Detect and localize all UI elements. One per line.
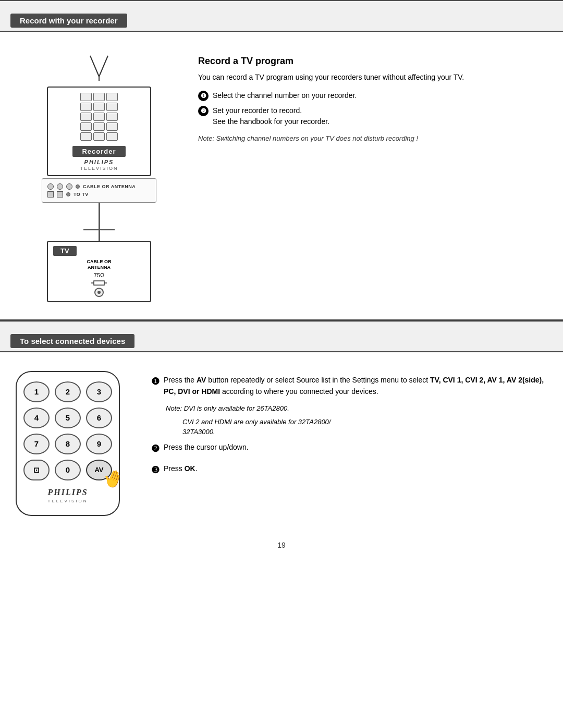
connector-dot-2 bbox=[66, 192, 70, 196]
television-label: TELEVISION bbox=[80, 166, 118, 171]
av-bold: AV bbox=[197, 376, 206, 384]
rec-btn-11 bbox=[93, 122, 105, 131]
connector-circle-3 bbox=[66, 183, 72, 190]
step-2-text: Set your recorder to record.See the hand… bbox=[213, 105, 329, 127]
svg-line-1 bbox=[99, 56, 108, 77]
remote-philips-label: PHILIPS bbox=[24, 488, 112, 497]
rec-btn-2 bbox=[93, 93, 105, 101]
step2-num-2: ❷ bbox=[151, 441, 160, 456]
remote-btn-0: 0 bbox=[55, 460, 81, 480]
remote-btn-6: 6 bbox=[86, 408, 112, 428]
philips-label: PHILIPS bbox=[84, 159, 114, 165]
page: Record with your recorder bbox=[0, 0, 563, 728]
rec-btn-12 bbox=[106, 122, 118, 131]
cable-line-1 bbox=[99, 203, 100, 229]
tv-cable-label: CABLE ORANTENNA bbox=[87, 259, 112, 270]
remote-btn-4: 4 bbox=[23, 408, 50, 428]
rec-btn-4 bbox=[80, 103, 92, 111]
connection-row-1: CABLE OR ANTENNA bbox=[47, 183, 151, 190]
rec-btn-9 bbox=[106, 113, 118, 121]
press-step-2-text: Press the cursor up/down. bbox=[164, 441, 249, 453]
section2-header: To select connected devices bbox=[10, 334, 134, 348]
tv-ohm: 75Ω bbox=[94, 272, 104, 278]
step-2: ❷ Set your recorder to record.See the ha… bbox=[198, 105, 547, 127]
recorder-device-box: Recorder PHILIPS TELEVISION bbox=[47, 87, 151, 176]
tv-label: TV bbox=[53, 246, 77, 256]
rec-btn-8 bbox=[93, 113, 105, 121]
rec-btn-6 bbox=[106, 103, 118, 111]
ok-bold: OK bbox=[185, 464, 195, 473]
remote-btn-9: 9 bbox=[86, 434, 112, 454]
page-number: 19 bbox=[0, 530, 563, 560]
record-tv-intro: You can record a TV program using your r… bbox=[198, 72, 547, 83]
svg-line-0 bbox=[90, 56, 99, 77]
source-options-bold: TV, CVI 1, CVI 2, AV 1, AV 2(side), PC, … bbox=[164, 376, 544, 396]
connector-circle-2 bbox=[57, 183, 63, 190]
note-hdmi: CVI 2 and HDMI are only available for 32… bbox=[182, 417, 547, 437]
antenna-svg bbox=[86, 51, 112, 82]
remote-buttons-grid: 1 2 3 4 5 6 7 8 9 ⊡ 0 AV bbox=[24, 381, 112, 480]
remote-body: 1 2 3 4 5 6 7 8 9 ⊡ 0 AV bbox=[16, 371, 120, 516]
remote-btn-menu: ⊡ bbox=[23, 460, 50, 480]
svg-rect-4 bbox=[94, 281, 104, 285]
connection-row-2: TO TV bbox=[47, 191, 151, 198]
section2-content: 1 2 3 4 5 6 7 8 9 ⊡ 0 AV bbox=[0, 362, 563, 525]
press-step-2: ❷ Press the cursor up/down. bbox=[151, 441, 547, 456]
record-tv-title: Record a TV program bbox=[198, 56, 547, 67]
press-step-1-text: Press the AV button repeatedly or select… bbox=[164, 374, 547, 398]
section2-bar: To select connected devices bbox=[0, 320, 563, 352]
remote-btn-5: 5 bbox=[55, 408, 81, 428]
section2: 1 2 3 4 5 6 7 8 9 ⊡ 0 AV bbox=[0, 362, 563, 530]
section1-bar: Record with your recorder bbox=[0, 0, 563, 32]
rec-btn-7 bbox=[80, 113, 92, 121]
tv-connector bbox=[94, 288, 104, 297]
rec-btn-1 bbox=[80, 93, 92, 101]
recorder-label: Recorder bbox=[72, 146, 125, 157]
note-dvi: Note: DVI is only available for 26TA2800… bbox=[166, 403, 547, 414]
connector-circle-1 bbox=[47, 183, 54, 190]
steps-list: ❶ Select the channel number on your reco… bbox=[198, 90, 547, 127]
to-tv-label: TO TV bbox=[74, 192, 89, 197]
antenna-drawing bbox=[86, 51, 112, 83]
tv-device-box: TV CABLE ORANTENNA 75Ω bbox=[47, 241, 151, 302]
resistor-symbol bbox=[91, 280, 107, 286]
step2-num-1: ❶ bbox=[151, 374, 160, 389]
press-step-3-text: Press OK. bbox=[164, 463, 198, 474]
section1-text: Record a TV program You can record a TV … bbox=[198, 51, 547, 144]
section2-text: ❶ Press the AV button repeatedly or sele… bbox=[151, 371, 547, 484]
remote-btn-7: 7 bbox=[23, 434, 50, 454]
note-text-1: Note: Switching channel numbers on your … bbox=[198, 133, 547, 144]
tv-connector-inner bbox=[97, 291, 101, 294]
rec-btn-15 bbox=[106, 132, 118, 141]
note-dvi-text: Note: DVI is only available for 26TA2800… bbox=[166, 404, 289, 412]
remote-television-label: TELEVISION bbox=[24, 499, 112, 503]
connector-dot-1 bbox=[76, 184, 80, 189]
remote-btn-2: 2 bbox=[55, 381, 81, 402]
remote-btn-3: 3 bbox=[86, 381, 112, 402]
step-1-text: Select the channel number on your record… bbox=[213, 90, 357, 101]
connector-square-2 bbox=[57, 191, 63, 198]
remote-btn-8: 8 bbox=[55, 434, 81, 454]
rec-btn-10 bbox=[80, 122, 92, 131]
press-step-1: ❶ Press the AV button repeatedly or sele… bbox=[151, 374, 547, 398]
cable-connector bbox=[83, 203, 115, 241]
cable-line-2 bbox=[99, 230, 100, 241]
step-num-2: ❷ bbox=[198, 106, 209, 116]
cable-antenna-label: CABLE OR ANTENNA bbox=[83, 184, 136, 189]
recorder-connections: CABLE OR ANTENNA TO TV bbox=[42, 178, 156, 203]
section1-content: Recorder PHILIPS TELEVISION CABLE OR ANT… bbox=[0, 41, 563, 312]
rec-btn-3 bbox=[106, 93, 118, 101]
page-num-text: 19 bbox=[277, 541, 286, 549]
section1-header: Record with your recorder bbox=[10, 14, 127, 28]
rec-btn-13 bbox=[80, 132, 92, 141]
step-1: ❶ Select the channel number on your reco… bbox=[198, 90, 547, 101]
rec-btn-14 bbox=[93, 132, 105, 141]
tv-antenna-section: CABLE ORANTENNA 75Ω bbox=[53, 259, 145, 297]
step2-num-3: ❸ bbox=[151, 463, 160, 478]
note-hdmi-text: CVI 2 and HDMI are only available for 32… bbox=[182, 418, 331, 436]
rec-btn-5 bbox=[93, 103, 105, 111]
press-step-3: ❸ Press OK. bbox=[151, 463, 547, 478]
step-num-1: ❶ bbox=[198, 91, 209, 101]
section1: Recorder PHILIPS TELEVISION CABLE OR ANT… bbox=[0, 41, 563, 317]
connector-square-1 bbox=[47, 191, 54, 198]
